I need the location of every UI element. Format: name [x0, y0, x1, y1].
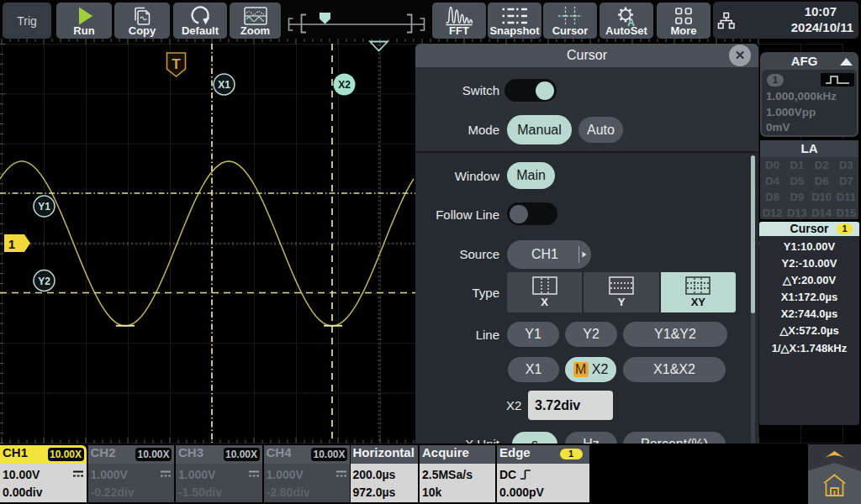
- svg-text:1: 1: [8, 237, 15, 251]
- svg-text:Y1: Y1: [38, 201, 50, 213]
- svg-text:Y2: Y2: [38, 276, 50, 287]
- svg-text:X2: X2: [338, 79, 351, 91]
- svg-text:T: T: [172, 56, 181, 72]
- svg-text:X1: X1: [218, 79, 230, 91]
